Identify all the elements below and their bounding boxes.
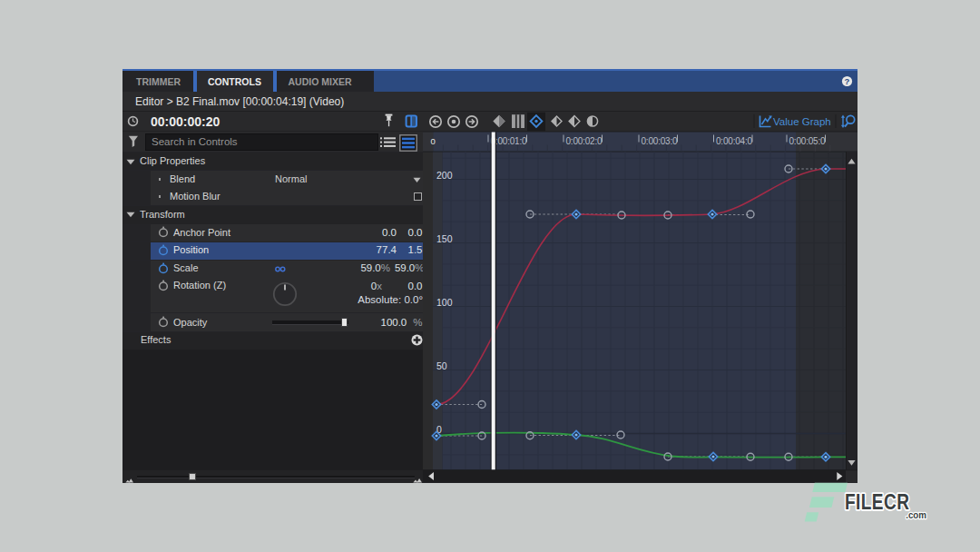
svg-text:200: 200 xyxy=(436,170,453,181)
svg-text:100: 100 xyxy=(436,297,453,308)
svg-text:.com: .com xyxy=(906,508,926,520)
svg-text:50: 50 xyxy=(436,360,447,371)
svg-text:150: 150 xyxy=(436,233,453,244)
svg-text:?: ? xyxy=(845,76,850,86)
svg-text:0: 0 xyxy=(431,136,436,146)
svg-text:0:00:02:0: 0:00:02:0 xyxy=(566,136,603,146)
svg-text:0:00:05:0: 0:00:05:0 xyxy=(789,136,827,146)
svg-text:0:00:04:0: 0:00:04:0 xyxy=(716,136,753,146)
svg-text:Value Graph: Value Graph xyxy=(773,116,831,127)
svg-text:0:00:03:0: 0:00:03:0 xyxy=(642,136,679,146)
svg-text:FILECR: FILECR xyxy=(845,490,909,513)
